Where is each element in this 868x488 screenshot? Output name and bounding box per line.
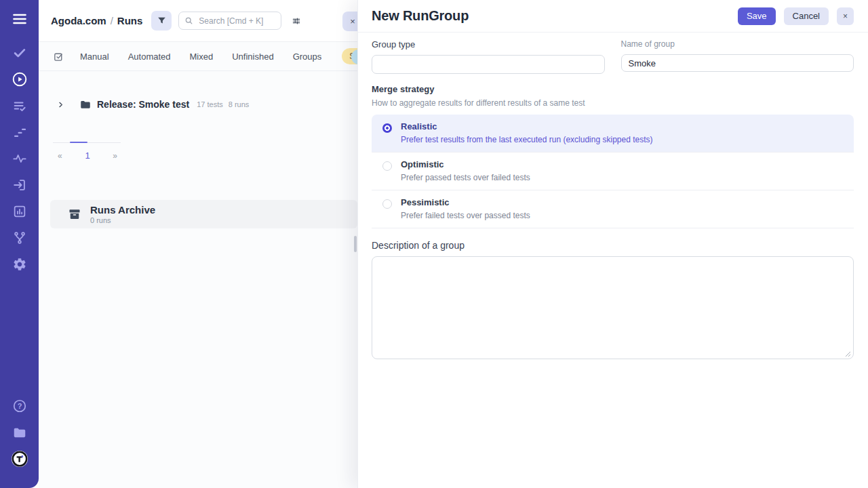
play-circle-icon xyxy=(12,71,28,87)
nav-milestones-button[interactable] xyxy=(10,123,29,141)
radio-icon[interactable] xyxy=(382,199,392,209)
search-box xyxy=(178,12,281,30)
filter-button[interactable] xyxy=(151,11,172,30)
page-next-button[interactable]: » xyxy=(113,151,117,161)
tab-automated[interactable]: Automated xyxy=(128,52,171,62)
nav-plans-button[interactable] xyxy=(10,97,29,115)
nav-runs-button[interactable] xyxy=(10,70,29,88)
folder-icon xyxy=(12,425,27,440)
option-title: Optimistic xyxy=(401,159,530,169)
check-icon xyxy=(12,45,27,60)
pagination: « 1 » xyxy=(53,142,121,161)
nav-tests-button[interactable] xyxy=(10,44,29,62)
search-icon xyxy=(184,16,193,25)
name-of-group-input[interactable] xyxy=(621,54,854,72)
option-realistic[interactable]: Realistic Prefer test results from the l… xyxy=(372,115,854,152)
option-title: Realistic xyxy=(401,121,653,131)
help-icon: ? xyxy=(12,399,27,413)
save-button[interactable]: Save xyxy=(738,7,776,25)
gear-icon xyxy=(12,257,27,272)
nav-settings-button[interactable] xyxy=(10,256,29,273)
archive-count: 0 runs xyxy=(90,216,155,224)
select-all-button[interactable] xyxy=(53,50,64,62)
nav-import-button[interactable] xyxy=(10,176,29,194)
option-pessimistic[interactable]: Pessimistic Prefer failed tests over pas… xyxy=(372,190,854,228)
option-title: Pessimistic xyxy=(401,197,530,207)
runs-count: 8 runs xyxy=(229,100,250,108)
merge-strategy-label: Merge strategy xyxy=(372,84,854,94)
testomat-logo-icon xyxy=(11,450,28,468)
activity-icon xyxy=(12,151,27,166)
group-type-label: Group type xyxy=(372,39,605,49)
modal-close-button[interactable]: × xyxy=(837,7,854,25)
breadcrumb-project[interactable]: Agoda.com xyxy=(51,15,106,26)
breadcrumb: Agoda.com/Runs xyxy=(51,15,142,26)
steps-icon xyxy=(12,125,27,140)
cancel-button[interactable]: Cancel xyxy=(784,7,829,25)
view-settings-button[interactable] xyxy=(288,12,305,30)
account-button[interactable] xyxy=(10,450,29,468)
app-window: ? Agoda.com/Runs × xyxy=(0,0,868,488)
bar-chart-icon xyxy=(12,204,27,219)
modal-body: Group type Name of group Merge strategy … xyxy=(358,33,868,362)
modal-actions: Save Cancel × xyxy=(738,7,854,25)
chevron-right-icon[interactable] xyxy=(57,101,64,108)
menu-button[interactable] xyxy=(10,10,29,28)
option-optimistic[interactable]: Optimistic Prefer passed tests over fail… xyxy=(372,152,854,190)
app-sidebar: ? xyxy=(0,0,39,488)
select-all-icon xyxy=(53,51,64,62)
branches-icon xyxy=(12,230,27,245)
sign-in-icon xyxy=(12,178,27,192)
tab-unfinished[interactable]: Unfinished xyxy=(232,52,273,62)
group-type-input[interactable] xyxy=(372,55,605,74)
modal-title: New RunGroup xyxy=(372,8,469,24)
modal-header: New RunGroup Save Cancel × xyxy=(358,0,868,33)
search-input[interactable] xyxy=(197,16,272,26)
nav-branches-button[interactable] xyxy=(10,229,29,247)
pagination-active-indicator xyxy=(70,142,87,143)
list-check-icon xyxy=(12,98,27,113)
tab-mixed[interactable]: Mixed xyxy=(190,52,214,62)
svg-text:?: ? xyxy=(17,402,22,410)
merge-strategy-options: Realistic Prefer test results from the l… xyxy=(372,115,854,228)
tab-manual[interactable]: Manual xyxy=(80,52,109,62)
description-textarea[interactable] xyxy=(372,256,854,359)
breadcrumb-separator: / xyxy=(111,15,113,26)
description-label: Description of a group xyxy=(372,240,854,251)
tests-count: 17 tests xyxy=(197,100,223,108)
hamburger-icon xyxy=(12,11,28,27)
sliders-icon xyxy=(292,16,301,26)
rungroup-tree-item[interactable]: Release: Smoke test 17 tests 8 runs xyxy=(57,96,249,113)
archive-icon xyxy=(68,207,81,221)
radio-icon[interactable] xyxy=(382,161,392,171)
funnel-icon xyxy=(157,16,167,26)
radio-selected-icon[interactable] xyxy=(382,123,392,133)
new-rungroup-modal: New RunGroup Save Cancel × Group type Na… xyxy=(357,0,868,488)
page-1-button[interactable]: 1 xyxy=(85,150,90,161)
breadcrumb-page: Runs xyxy=(117,15,143,26)
projects-button[interactable] xyxy=(10,424,29,441)
pagination-track xyxy=(53,142,121,144)
runs-filter-tabs: Manual Automated Mixed Unfinished Groups… xyxy=(39,42,357,71)
runs-panel: Agoda.com/Runs × Manual Automated Mixed xyxy=(39,0,357,488)
rungroup-title: Release: Smoke test xyxy=(97,99,189,110)
page-prev-button[interactable]: « xyxy=(58,151,62,161)
runs-panel-header: Agoda.com/Runs × xyxy=(39,0,357,42)
option-description: Prefer failed tests over passed tests xyxy=(401,211,530,220)
panel-scrollbar[interactable] xyxy=(354,236,357,252)
archive-title: Runs Archive xyxy=(90,205,155,215)
resize-handle-icon[interactable] xyxy=(845,351,851,357)
option-description: Prefer passed tests over failed tests xyxy=(401,173,530,182)
option-description: Prefer test results from the last execut… xyxy=(401,135,653,144)
merge-strategy-hint: How to aggregate results for different r… xyxy=(372,98,854,108)
close-icon: × xyxy=(350,16,355,26)
name-of-group-label: Name of group xyxy=(621,39,854,49)
tab-groups[interactable]: Groups xyxy=(293,52,322,62)
nav-pulse-button[interactable] xyxy=(10,150,29,167)
nav-analytics-button[interactable] xyxy=(10,203,29,220)
folder-icon xyxy=(79,98,92,110)
help-button[interactable]: ? xyxy=(10,397,29,415)
runs-archive-item[interactable]: Runs Archive 0 runs xyxy=(50,200,357,228)
